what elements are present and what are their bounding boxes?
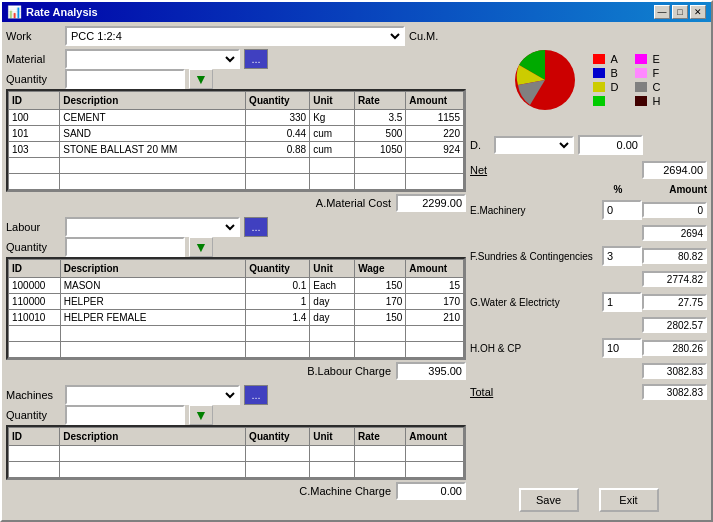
table-row[interactable] <box>9 158 464 174</box>
maximize-button[interactable]: □ <box>672 5 688 19</box>
work-select[interactable]: PCC 1:2:4 <box>65 26 405 46</box>
material-row: Material ... <box>6 49 466 69</box>
cell-qty <box>246 446 310 462</box>
material-select[interactable] <box>65 49 240 69</box>
total-row: Total 3082.83 <box>470 384 707 400</box>
cell-amount <box>406 326 464 342</box>
f-sundries-amount: 80.82 <box>642 248 707 264</box>
c-machine-charge-row: C.Machine Charge 0.00 <box>6 480 466 502</box>
h-oh-pct-input[interactable] <box>602 338 642 358</box>
cell-id <box>9 462 60 478</box>
cell-qty <box>246 342 310 358</box>
cell-unit: cum <box>310 126 355 142</box>
pct-header: % <box>598 184 638 195</box>
machines-quantity-input[interactable] <box>65 405 185 425</box>
cell-unit <box>310 462 355 478</box>
cell-amount <box>406 342 464 358</box>
machines-table-wrapper: ID Description Quantity Unit Rate Amount <box>6 425 466 480</box>
subtotal2-value: 2774.82 <box>642 271 707 287</box>
title-bar: 📊 Rate Analysis — □ ✕ <box>2 2 711 22</box>
subtotal3-row: 2802.57 <box>470 317 707 333</box>
machines-section: Machines ... Quantity ▼ <box>6 385 466 502</box>
cell-wage: 150 <box>355 278 406 294</box>
cell-unit <box>310 446 355 462</box>
pie-chart-area: A E B F D C H <box>470 30 707 130</box>
machines-down-button[interactable]: ▼ <box>189 405 213 425</box>
f-sundries-row: F.Sundries & Contingencies 80.82 <box>470 246 707 266</box>
table-row[interactable]: 101 SAND 0.44 cum 500 220 <box>9 126 464 142</box>
cell-unit: day <box>310 310 355 326</box>
net-row: Net 2694.00 <box>470 161 707 179</box>
labour-select[interactable] <box>65 217 240 237</box>
minimize-button[interactable]: — <box>654 5 670 19</box>
cell-rate <box>355 174 406 190</box>
cell-amount <box>406 462 464 478</box>
material-dots-button[interactable]: ... <box>244 49 268 69</box>
cell-unit <box>310 158 355 174</box>
labour-table: ID Description Quantity Unit Wage Amount… <box>8 259 464 358</box>
cell-unit <box>310 342 355 358</box>
machines-dots-button[interactable]: ... <box>244 385 268 405</box>
g-water-pct-input[interactable] <box>602 292 642 312</box>
material-col-id: ID <box>9 92 60 110</box>
close-button[interactable]: ✕ <box>690 5 706 19</box>
table-row[interactable]: 110010 HELPER FEMALE 1.4 day 150 210 <box>9 310 464 326</box>
exit-button[interactable]: Exit <box>599 488 659 512</box>
pie-chart <box>505 40 585 120</box>
table-row[interactable]: 100000 MASON 0.1 Each 150 15 <box>9 278 464 294</box>
machines-select[interactable] <box>65 385 240 405</box>
machines-col-rate: Rate <box>355 428 406 446</box>
machines-col-qty: Quantity <box>246 428 310 446</box>
table-row[interactable] <box>9 342 464 358</box>
machines-quantity-label: Quantity <box>6 409 61 421</box>
e-machinery-pct-input[interactable] <box>602 200 642 220</box>
cell-id <box>9 446 60 462</box>
material-col-amount: Amount <box>406 92 464 110</box>
table-row[interactable] <box>9 174 464 190</box>
cell-qty: 0.88 <box>246 142 310 158</box>
cell-id: 100000 <box>9 278 61 294</box>
table-row[interactable]: 110000 HELPER 1 day 170 170 <box>9 294 464 310</box>
d-value-input[interactable] <box>578 135 643 155</box>
cell-id: 100 <box>9 110 60 126</box>
labour-dots-button[interactable]: ... <box>244 217 268 237</box>
cell-unit: cum <box>310 142 355 158</box>
legend-label-c: C <box>653 81 673 93</box>
d-select[interactable] <box>494 136 574 154</box>
labour-col-unit: Unit <box>310 260 355 278</box>
window-title: Rate Analysis <box>26 6 98 18</box>
table-row[interactable] <box>9 446 464 462</box>
legend-color-c <box>635 82 647 92</box>
labour-down-button[interactable]: ▼ <box>189 237 213 257</box>
b-labour-charge-label: B.Labour Charge <box>307 365 391 377</box>
main-window: 📊 Rate Analysis — □ ✕ Work PCC 1:2:4 Cu.… <box>0 0 713 522</box>
cell-desc <box>60 158 246 174</box>
e-machinery-row: E.Machinery 0 <box>470 200 707 220</box>
table-row[interactable]: 103 STONE BALLAST 20 MM 0.88 cum 1050 92… <box>9 142 464 158</box>
labour-table-wrapper: ID Description Quantity Unit Wage Amount… <box>6 257 466 360</box>
a-material-cost-label: A.Material Cost <box>316 197 391 209</box>
cell-amount: 15 <box>406 278 464 294</box>
table-row[interactable] <box>9 462 464 478</box>
f-sundries-pct-input[interactable] <box>602 246 642 266</box>
material-quantity-input[interactable] <box>65 69 185 89</box>
h-oh-label: H.OH & CP <box>470 343 602 354</box>
left-panel: Work PCC 1:2:4 Cu.M. Material ... Quanti… <box>6 26 466 516</box>
cell-id <box>9 342 61 358</box>
subtotal3-value: 2802.57 <box>642 317 707 333</box>
material-down-button[interactable]: ▼ <box>189 69 213 89</box>
legend-color-g2 <box>593 96 605 106</box>
cell-amount <box>406 446 464 462</box>
table-row[interactable]: 100 CEMENT 330 Kg 3.5 1155 <box>9 110 464 126</box>
e-machinery-label: E.Machinery <box>470 205 602 216</box>
table-row[interactable] <box>9 326 464 342</box>
legend-color-d2 <box>593 82 605 92</box>
window-controls: — □ ✕ <box>654 5 706 19</box>
cell-desc: HELPER FEMALE <box>60 310 246 326</box>
labour-quantity-input[interactable] <box>65 237 185 257</box>
cell-desc: HELPER <box>60 294 246 310</box>
cell-rate: 500 <box>355 126 406 142</box>
cell-qty: 0.44 <box>246 126 310 142</box>
save-button[interactable]: Save <box>519 488 579 512</box>
subtotal4-row: 3082.83 <box>470 363 707 379</box>
